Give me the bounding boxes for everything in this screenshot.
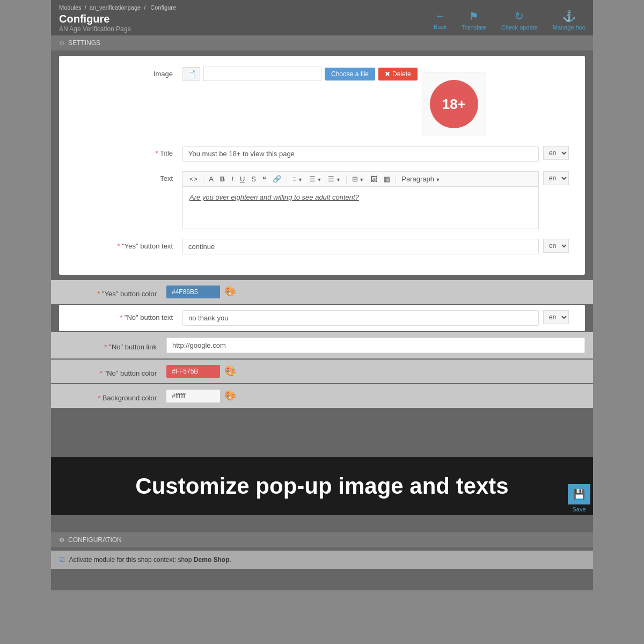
- editor-table-btn[interactable]: ⊞: [350, 174, 366, 184]
- overlay-banner: Customize pop-up image and texts: [51, 457, 593, 515]
- back-button[interactable]: ← Back: [426, 5, 454, 34]
- no-button-text-content: en: [182, 310, 569, 326]
- text-lang-select[interactable]: en: [543, 171, 569, 185]
- delete-button[interactable]: ✖ Delete: [378, 68, 418, 80]
- breadcrumb-sep1: /: [85, 4, 86, 11]
- config-header-label: CONFIGURATION: [68, 536, 122, 544]
- manage-hooks-label: Manage hoo: [553, 24, 586, 31]
- text-row: Text <> A B I U S ❝ 🔗 ≡ ☰: [75, 171, 569, 229]
- back-icon: ←: [435, 10, 445, 22]
- editor-paragraph-btn[interactable]: Paragraph: [399, 174, 442, 184]
- no-button-text-input[interactable]: [182, 310, 539, 326]
- title-content: en: [182, 146, 569, 162]
- no-button-color-row: "No" button color 🎨: [51, 360, 593, 383]
- translate-label: Translate: [462, 24, 486, 31]
- delete-icon: ✖: [385, 70, 390, 78]
- page-wrapper: Modules / an_verificationpage / Configur…: [51, 0, 593, 590]
- yes-color-wheel-button[interactable]: 🎨: [224, 286, 236, 297]
- no-button-link-label: "No" button link: [59, 340, 166, 351]
- yes-button-text-input[interactable]: [182, 239, 539, 254]
- top-bar: Modules / an_verificationpage / Configur…: [51, 0, 593, 35]
- toolbar: ← Back ⚑ Translate ↻ Check update ⚓ Mana…: [426, 5, 593, 35]
- editor-code-btn[interactable]: <>: [187, 174, 200, 184]
- toolbar-sep1: [203, 175, 203, 184]
- background-color-content: 🎨: [166, 390, 585, 402]
- yes-button-text-content: en: [182, 239, 569, 254]
- bg-color-wheel-button[interactable]: 🎨: [224, 390, 236, 401]
- no-button-link-row: "No" button link: [51, 332, 593, 358]
- editor-listol-btn[interactable]: ☰: [326, 174, 342, 184]
- toolbar-sep3: [346, 175, 347, 184]
- settings-header-label: SETTINGS: [68, 39, 100, 47]
- save-button[interactable]: 💾: [568, 484, 590, 504]
- config-gear-icon: ⚙: [59, 536, 65, 544]
- editor-bold-btn[interactable]: B: [218, 174, 227, 184]
- yes-button-color-label: "Yes" button color: [59, 287, 166, 298]
- yes-button-color-content: 🎨: [166, 286, 585, 298]
- toolbar-sep2: [287, 175, 287, 184]
- editor-text: Are you over eighteen and willing to see…: [189, 193, 359, 201]
- editor-underline-btn[interactable]: U: [238, 174, 247, 184]
- config-shop-name: Demo Shop: [194, 556, 230, 564]
- overlay-banner-text: Customize pop-up image and texts: [135, 473, 508, 499]
- editor-strike-btn[interactable]: S: [249, 174, 258, 184]
- editor-blockquote-btn[interactable]: ❝: [260, 174, 268, 184]
- editor-link-btn[interactable]: 🔗: [270, 174, 283, 184]
- settings-header: ⚙ SETTINGS: [51, 35, 593, 50]
- editor-fontcolor-btn[interactable]: A: [207, 174, 216, 184]
- image-preview: 18+: [422, 72, 486, 136]
- check-update-button[interactable]: ↻ Check update: [494, 5, 545, 35]
- background-color-row: Background color 🎨: [51, 384, 593, 408]
- background-color-label: Background color: [59, 391, 166, 402]
- anchor-icon: ⚓: [562, 10, 576, 23]
- breadcrumb-modules[interactable]: Modules: [59, 4, 82, 11]
- no-button-text-lang-select[interactable]: en: [543, 310, 569, 324]
- config-header: ⚙ CONFIGURATION: [51, 532, 593, 547]
- no-button-color-input[interactable]: [166, 365, 220, 378]
- editor-italic-btn[interactable]: I: [229, 174, 236, 184]
- editor-content[interactable]: Are you over eighteen and willing to see…: [182, 186, 539, 229]
- editor-align-btn[interactable]: ≡: [290, 174, 305, 184]
- text-content: <> A B I U S ❝ 🔗 ≡ ☰ ☰ ⊞: [182, 171, 569, 229]
- translate-button[interactable]: ⚑ Translate: [454, 5, 493, 35]
- yes-button-text-label: "Yes" button text: [75, 239, 182, 250]
- text-label: Text: [75, 171, 182, 182]
- check-update-label: Check update: [501, 24, 538, 31]
- save-label: Save: [572, 506, 586, 513]
- no-button-text-card: "No" button text en: [59, 305, 585, 331]
- no-button-color-content: 🎨: [166, 365, 585, 378]
- breadcrumb-module-name[interactable]: an_verificationpage: [90, 4, 141, 11]
- image-upload-row: 📄 Choose a file ✖ Delete: [182, 67, 418, 81]
- file-icon-button[interactable]: 📄: [182, 67, 200, 81]
- image-row: Image 📄 Choose a file ✖ Delete 18+: [75, 67, 569, 136]
- translate-icon: ⚑: [469, 10, 479, 23]
- no-color-wheel-button[interactable]: 🎨: [224, 365, 236, 377]
- config-content: ☑ Activate module for this shop context:…: [51, 551, 593, 569]
- file-path-input[interactable]: [203, 67, 321, 81]
- yes-button-color-input[interactable]: [166, 286, 220, 298]
- manage-hooks-button[interactable]: ⚓ Manage hoo: [545, 5, 593, 35]
- choose-file-button[interactable]: Choose a file: [325, 68, 375, 80]
- config-period: .: [229, 556, 231, 564]
- title-lang-select[interactable]: en: [543, 146, 569, 160]
- config-text: Activate module for this shop context: s…: [69, 556, 192, 564]
- title-input[interactable]: [182, 146, 539, 162]
- breadcrumb-current: Configure: [150, 4, 176, 11]
- toolbar-sep4: [396, 175, 396, 184]
- background-color-input[interactable]: [166, 390, 220, 402]
- no-button-link-content: [166, 338, 585, 353]
- age-badge: 18+: [430, 80, 478, 128]
- no-button-link-input[interactable]: [166, 338, 585, 353]
- yes-button-text-row: "Yes" button text en: [75, 239, 569, 254]
- editor-toolbar: <> A B I U S ❝ 🔗 ≡ ☰ ☰ ⊞: [182, 171, 539, 186]
- yes-button-text-lang-select[interactable]: en: [543, 239, 569, 253]
- editor-image-btn[interactable]: 🖼: [368, 174, 379, 184]
- image-content: 📄 Choose a file ✖ Delete 18+: [182, 67, 569, 136]
- no-button-text-label: "No" button text: [75, 310, 182, 321]
- no-button-text-row: "No" button text en: [75, 310, 569, 326]
- back-label: Back: [434, 24, 447, 30]
- delete-label: Delete: [392, 70, 411, 78]
- breadcrumb-sep2: /: [144, 4, 145, 11]
- editor-embed-btn[interactable]: ▦: [382, 174, 392, 184]
- editor-listul-btn[interactable]: ☰: [307, 174, 324, 184]
